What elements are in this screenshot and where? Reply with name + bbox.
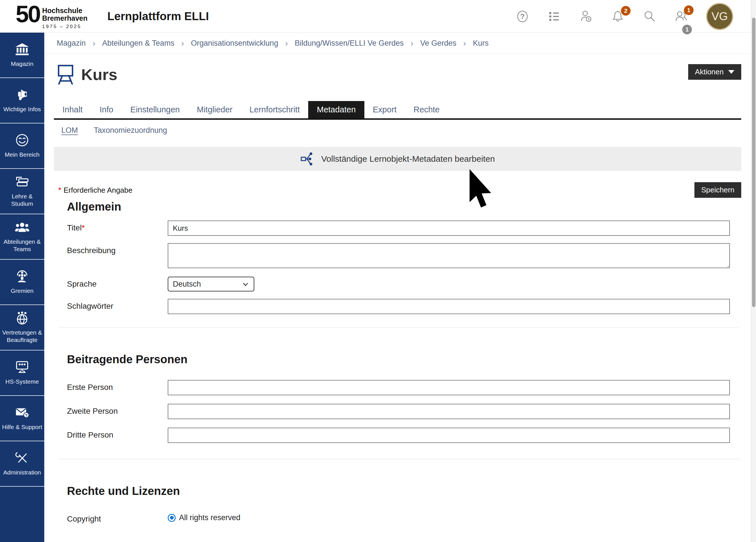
required-asterisk: * bbox=[82, 223, 85, 232]
breadcrumb-item[interactable]: Kurs bbox=[473, 39, 489, 48]
breadcrumb: Magazin › Abteilungen & Teams › Organisa… bbox=[44, 33, 751, 54]
chevron-down-icon bbox=[242, 280, 249, 288]
copyright-radio-label: All rights reserved bbox=[179, 513, 240, 522]
people-group-icon bbox=[15, 220, 29, 235]
dritte-person-label: Dritte Person bbox=[54, 428, 168, 443]
chevron-right-icon: › bbox=[181, 38, 184, 48]
tab-lernfortschritt[interactable]: Lernfortschritt bbox=[241, 101, 308, 118]
sidebar-item-label: Hilfe & Support bbox=[2, 423, 42, 431]
bell-badge: 2 bbox=[621, 6, 631, 16]
tab-mitglieder[interactable]: Mitglieder bbox=[188, 101, 241, 118]
edit-full-metadata-link[interactable]: Vollständige Lernobjekt-Metadaten bearbe… bbox=[54, 147, 741, 171]
copyright-label: Copyright bbox=[54, 512, 168, 524]
tab-metadaten[interactable]: Metadaten bbox=[308, 101, 364, 118]
page-title: Kurs bbox=[81, 65, 117, 84]
logo-50: 50 bbox=[16, 3, 40, 26]
beschreibung-textarea[interactable] bbox=[168, 243, 730, 268]
easel-course-icon bbox=[57, 64, 74, 85]
section-heading-allgemein: Allgemein bbox=[67, 200, 741, 213]
zweite-person-label: Zweite Person bbox=[54, 404, 168, 419]
zweite-person-input[interactable] bbox=[168, 404, 730, 419]
avatar[interactable]: VG bbox=[706, 3, 733, 30]
erste-person-label: Erste Person bbox=[54, 380, 168, 395]
titel-input[interactable] bbox=[168, 220, 730, 236]
sprache-label: Sprache bbox=[54, 277, 168, 291]
bank-icon bbox=[15, 43, 29, 57]
sidebar-item-lehre-studium[interactable]: Lehre & Studium bbox=[0, 169, 44, 214]
svg-text:?: ? bbox=[25, 413, 28, 418]
breadcrumb-item[interactable]: Ve Gerdes bbox=[420, 39, 457, 48]
schlagwoerter-input[interactable] bbox=[168, 299, 730, 314]
sidebar-item-label: Gremien bbox=[11, 287, 34, 295]
vertical-scrollbar[interactable] bbox=[751, 0, 756, 542]
sidebar-item-gremien[interactable]: Gremien bbox=[0, 260, 44, 305]
section-heading-beitragende: Beitragende Personen bbox=[67, 353, 741, 366]
dritte-person-input[interactable] bbox=[168, 428, 730, 443]
search-icon[interactable] bbox=[642, 9, 657, 24]
svg-text:?: ? bbox=[520, 12, 525, 21]
sidebar-item-label: HS-Systeme bbox=[5, 378, 39, 385]
breadcrumb-item[interactable]: Abteilungen & Teams bbox=[102, 39, 175, 48]
sidebar-item-abteilungen-teams[interactable]: Abteilungen & Teams bbox=[0, 214, 44, 260]
required-note: *Erforderliche Angabe bbox=[58, 186, 133, 195]
main-content: Magazin › Abteilungen & Teams › Organisa… bbox=[44, 33, 751, 542]
awareness-user-icon[interactable] bbox=[579, 9, 593, 24]
copyright-radio[interactable] bbox=[168, 514, 176, 522]
sidebar-item-administration[interactable]: Administration bbox=[0, 441, 44, 487]
subtab-lom[interactable]: LOM bbox=[61, 126, 78, 135]
subtab-taxonomiezuordnung[interactable]: Taxonomiezuordnung bbox=[94, 126, 167, 135]
logo-years: 1975 – 2025 bbox=[42, 24, 87, 30]
tab-bar: Inhalt Info Einstellungen Mitglieder Ler… bbox=[54, 101, 741, 120]
top-header: 50 Hochschule Bremerhaven 1975 – 2025 Le… bbox=[0, 0, 756, 33]
sidebar-item-label: Vertretungen & Beauftragte bbox=[1, 329, 43, 344]
sidebar-item-magazin[interactable]: Magazin bbox=[0, 33, 44, 78]
sidebar-item-hs-systeme[interactable]: HS-Systeme bbox=[0, 350, 44, 396]
contacts-icon[interactable]: 1 1 bbox=[674, 9, 688, 24]
caret-down-icon bbox=[728, 70, 734, 74]
list-menu-icon[interactable] bbox=[547, 9, 561, 24]
breadcrumb-item[interactable]: Magazin bbox=[57, 39, 86, 48]
sidebar-item-label: Mein Bereich bbox=[5, 151, 40, 158]
sidebar-item-label: Administration bbox=[3, 469, 41, 476]
schlagwoerter-label: Schlagwörter bbox=[54, 299, 168, 314]
notifications-bell-icon[interactable]: 2 bbox=[611, 9, 625, 24]
actions-button[interactable]: Aktionen bbox=[688, 64, 741, 80]
sidebar-item-label: Abteilungen & Teams bbox=[1, 238, 43, 253]
titel-label: Titel* bbox=[54, 220, 168, 236]
tab-einstellungen[interactable]: Einstellungen bbox=[122, 101, 188, 118]
beschreibung-label: Beschreibung bbox=[54, 243, 168, 269]
subtab-bar: LOM Taxonomiezuordnung bbox=[54, 126, 741, 135]
scrollbar-thumb[interactable] bbox=[752, 18, 755, 307]
chevron-right-icon: › bbox=[463, 38, 466, 48]
monitor-icon bbox=[15, 360, 29, 375]
app-title: Lernplattform ELLI bbox=[107, 10, 209, 23]
breadcrumb-item[interactable]: Bildung/Wissen/ELLI Ve Gerdes bbox=[295, 39, 404, 48]
sidebar-item-vertretungen[interactable]: Vertretungen & Beauftragte bbox=[0, 305, 44, 350]
main-sidebar: Magazin Wichtige Infos Mein Bereich bbox=[0, 33, 44, 542]
section-heading-rechte: Rechte und Lizenzen bbox=[67, 485, 741, 497]
erste-person-input[interactable] bbox=[168, 380, 730, 395]
breadcrumb-item[interactable]: Organisationsentwicklung bbox=[191, 39, 278, 48]
sidebar-item-wichtige-infos[interactable]: Wichtige Infos bbox=[0, 78, 44, 123]
contacts-badge-bottom: 1 bbox=[682, 25, 692, 34]
tab-inhalt[interactable]: Inhalt bbox=[54, 101, 91, 118]
sprache-select[interactable]: Deutsch bbox=[168, 277, 254, 291]
tab-export[interactable]: Export bbox=[364, 101, 405, 118]
help-icon[interactable]: ? bbox=[515, 9, 530, 24]
tab-info[interactable]: Info bbox=[91, 101, 122, 118]
mail-question-icon: ? bbox=[15, 406, 29, 421]
smiley-icon bbox=[15, 133, 29, 148]
sidebar-item-label: Wichtige Infos bbox=[3, 106, 41, 113]
save-button[interactable]: Speichern bbox=[694, 182, 741, 198]
sidebar-item-label: Lehre & Studium bbox=[1, 193, 43, 208]
sidebar-item-label: Magazin bbox=[11, 60, 33, 68]
logo-name-line2: Bremerhaven bbox=[42, 14, 87, 22]
university-logo: 50 Hochschule Bremerhaven 1975 – 2025 bbox=[16, 3, 87, 30]
chevron-right-icon: › bbox=[93, 38, 95, 48]
globe-people-icon bbox=[15, 311, 29, 326]
megaphone-icon bbox=[15, 88, 29, 103]
tab-rechte[interactable]: Rechte bbox=[405, 101, 448, 118]
books-grad-icon bbox=[15, 175, 29, 190]
sidebar-item-hilfe-support[interactable]: ? Hilfe & Support bbox=[0, 396, 44, 441]
sidebar-item-mein-bereich[interactable]: Mein Bereich bbox=[0, 123, 44, 169]
